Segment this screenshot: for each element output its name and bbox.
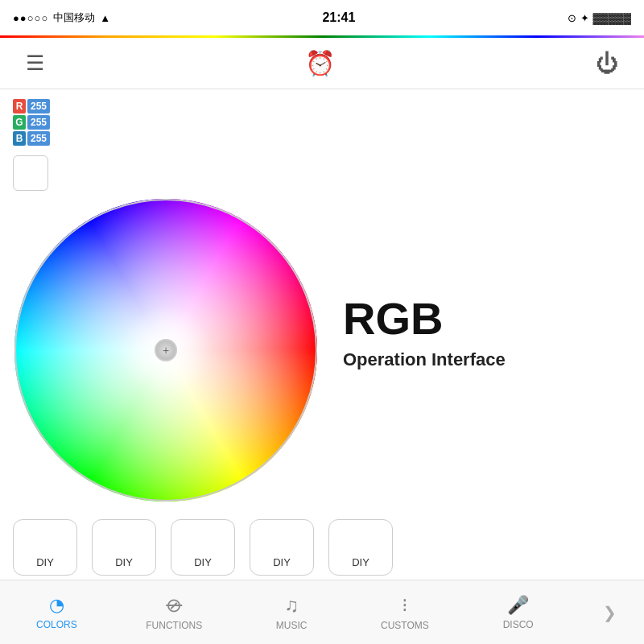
menu-icon[interactable]: ☰ (26, 51, 44, 76)
customs-icon: ⁝ (402, 594, 408, 617)
g-value: 255 (27, 115, 50, 130)
tab-functions[interactable]: ⊘ FUNCTIONS (138, 589, 210, 636)
main-content: R 255 G 255 B 255 + RGB Operation Interf… (0, 89, 644, 503)
operation-subtitle: Operation Interface (343, 349, 506, 370)
wifi-icon: ▲ (100, 12, 110, 24)
color-wheel-container: + (13, 197, 319, 503)
tab-colors[interactable]: ◔ COLORS (24, 590, 89, 635)
left-column: R 255 G 255 B 255 + (13, 99, 319, 503)
tab-music[interactable]: ♫ MUSIC (259, 589, 324, 636)
tab-disco-label: DISCO (503, 619, 534, 630)
lock-icon: ⊙ (568, 12, 576, 24)
tab-customs-label: CUSTOMS (381, 620, 429, 631)
r-value: 255 (27, 99, 50, 114)
color-preview[interactable] (13, 155, 48, 191)
b-label-row: B 255 (13, 131, 50, 146)
tab-bar: ◔ COLORS ⊘ FUNCTIONS ♫ MUSIC ⁝ CUSTOMS 🎤… (0, 580, 644, 644)
wheel-center-handle[interactable]: + (155, 339, 177, 361)
tab-arrow-icon[interactable]: ❯ (600, 603, 620, 622)
status-bar: ●●○○○ 中国移动 ▲ 21:41 ⊙ ✦ ▓▓▓▓▓ (0, 0, 644, 35)
nav-bar: ☰ ⏰ ⏻ (0, 38, 644, 89)
b-value: 255 (27, 131, 50, 146)
b-letter: B (13, 131, 26, 146)
bluetooth-icon: ✦ (580, 12, 589, 24)
tab-customs[interactable]: ⁝ CUSTOMS (373, 589, 437, 636)
power-icon[interactable]: ⏻ (596, 50, 618, 76)
tab-functions-label: FUNCTIONS (146, 620, 202, 631)
diy-section: DIY DIY DIY DIY DIY (0, 503, 644, 584)
status-left: ●●○○○ 中国移动 ▲ (13, 10, 110, 25)
music-icon: ♫ (284, 594, 299, 617)
diy-button-3[interactable]: DIY (171, 519, 235, 576)
color-wheel[interactable]: + (13, 197, 319, 503)
carrier-label: 中国移动 (53, 10, 95, 25)
rgb-labels: R 255 G 255 B 255 (13, 99, 50, 146)
diy-button-1[interactable]: DIY (13, 519, 77, 576)
diy-button-4[interactable]: DIY (250, 519, 314, 576)
signal-icon: ●●○○○ (13, 12, 48, 24)
disco-icon: 🎤 (507, 595, 529, 616)
diy-button-2[interactable]: DIY (92, 519, 156, 576)
functions-icon: ⊘ (166, 594, 182, 617)
colors-icon: ◔ (49, 595, 64, 616)
battery-icon: ▓▓▓▓▓ (593, 12, 631, 24)
tab-music-label: MUSIC (276, 620, 308, 631)
g-label-row: G 255 (13, 115, 50, 130)
diy-button-5[interactable]: DIY (328, 519, 393, 576)
rgb-title: RGB (343, 296, 506, 341)
r-letter: R (13, 99, 26, 114)
tab-colors-label: COLORS (36, 619, 77, 630)
right-column: RGB Operation Interface (319, 99, 506, 503)
tab-disco[interactable]: 🎤 DISCO (486, 590, 551, 635)
status-time: 21:41 (322, 10, 355, 25)
g-letter: G (13, 115, 26, 130)
alarm-icon[interactable]: ⏰ (305, 49, 335, 77)
status-right: ⊙ ✦ ▓▓▓▓▓ (568, 12, 631, 24)
r-label-row: R 255 (13, 99, 50, 114)
